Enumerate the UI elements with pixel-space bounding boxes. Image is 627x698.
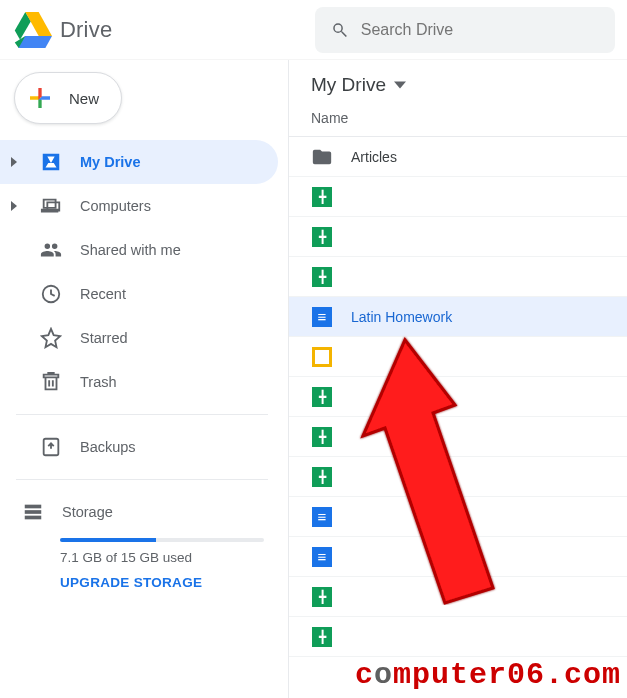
file-list: ArticlesLatin Homework (289, 137, 627, 657)
file-row[interactable] (289, 177, 627, 217)
chevron-right-icon[interactable] (6, 201, 22, 211)
clock-icon (40, 283, 62, 305)
sidebar-item-backups[interactable]: Backups (0, 425, 278, 469)
file-row[interactable] (289, 457, 627, 497)
storage-icon (22, 501, 44, 523)
file-row[interactable] (289, 617, 627, 657)
sidebar-item-label: Starred (80, 330, 128, 346)
file-name: Latin Homework (351, 309, 452, 325)
sidebar-item-computers[interactable]: Computers (0, 184, 278, 228)
dropdown-caret-icon (394, 79, 406, 91)
docs-icon (311, 546, 333, 568)
people-icon (40, 239, 62, 261)
storage-progress-fill (60, 538, 156, 542)
file-row[interactable] (289, 217, 627, 257)
sidebar-item-starred[interactable]: Starred (0, 316, 278, 360)
sidebar-item-shared[interactable]: Shared with me (0, 228, 278, 272)
file-name: Articles (351, 149, 397, 165)
computers-icon (40, 195, 62, 217)
storage-label: Storage (62, 504, 113, 520)
app-title: Drive (60, 17, 112, 43)
divider (16, 479, 268, 480)
drive-logo[interactable]: Drive (12, 10, 112, 50)
sidebar-nav: My Drive Computers Shared with me Recent… (0, 140, 288, 590)
sheets-icon (311, 266, 333, 288)
file-row[interactable] (289, 417, 627, 457)
sheets-icon (311, 186, 333, 208)
svg-rect-3 (25, 510, 42, 514)
watermark: computer06.com (355, 658, 621, 692)
new-button-label: New (69, 90, 99, 107)
sidebar-item-label: Computers (80, 198, 151, 214)
drive-badge-icon (40, 151, 62, 173)
search-icon (331, 20, 349, 40)
sidebar-item-my-drive[interactable]: My Drive (0, 140, 278, 184)
backups-icon (40, 436, 62, 458)
sidebar-item-label: Shared with me (80, 242, 181, 258)
svg-rect-2 (25, 505, 42, 509)
folder-title: My Drive (311, 74, 386, 96)
breadcrumb[interactable]: My Drive (289, 60, 627, 110)
search-bar[interactable] (315, 7, 615, 53)
sheets-icon (311, 426, 333, 448)
storage-progress (60, 538, 264, 542)
sheets-icon (311, 386, 333, 408)
upgrade-storage-link[interactable]: UPGRADE STORAGE (60, 575, 288, 590)
slides-icon (311, 346, 333, 368)
file-row[interactable] (289, 337, 627, 377)
trash-icon (40, 371, 62, 393)
sheets-icon (311, 466, 333, 488)
docs-icon (311, 506, 333, 528)
star-icon (40, 327, 62, 349)
main-panel: My Drive Name ArticlesLatin Homework (288, 60, 627, 698)
storage-used-text: 7.1 GB of 15 GB used (60, 550, 288, 565)
sidebar-item-label: Trash (80, 374, 117, 390)
sidebar-item-label: Recent (80, 286, 126, 302)
sidebar-item-storage[interactable]: Storage (0, 490, 288, 534)
file-row[interactable] (289, 537, 627, 577)
plus-icon (25, 83, 55, 113)
sheets-icon (311, 586, 333, 608)
search-input[interactable] (361, 21, 599, 39)
new-button[interactable]: New (14, 72, 122, 124)
file-row[interactable]: Articles (289, 137, 627, 177)
chevron-right-icon[interactable] (6, 157, 22, 167)
column-header-name[interactable]: Name (289, 110, 627, 137)
app-header: Drive (0, 0, 627, 60)
file-row[interactable] (289, 257, 627, 297)
sheets-icon (311, 626, 333, 648)
divider (16, 414, 268, 415)
file-row[interactable]: Latin Homework (289, 297, 627, 337)
file-row[interactable] (289, 497, 627, 537)
drive-icon (12, 10, 52, 50)
sidebar: New My Drive Computers Shared with me Re… (0, 60, 288, 698)
sidebar-item-label: My Drive (80, 154, 140, 170)
file-row[interactable] (289, 377, 627, 417)
file-row[interactable] (289, 577, 627, 617)
folder-icon (311, 146, 333, 168)
sidebar-item-recent[interactable]: Recent (0, 272, 278, 316)
svg-rect-4 (25, 516, 42, 520)
docs-icon (311, 306, 333, 328)
sidebar-item-trash[interactable]: Trash (0, 360, 278, 404)
sheets-icon (311, 226, 333, 248)
sidebar-item-label: Backups (80, 439, 136, 455)
